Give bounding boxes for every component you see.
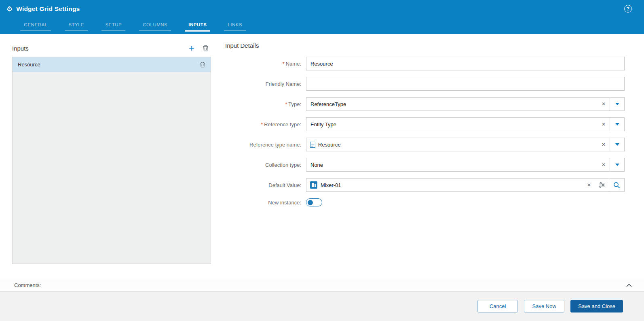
reference-type-name-row: Reference type name: Resource ✕ bbox=[225, 138, 625, 151]
search-entity-button[interactable] bbox=[609, 179, 624, 191]
reference-type-label-text: Reference type: bbox=[264, 121, 301, 128]
gear-icon: ⚙ bbox=[6, 6, 13, 13]
friendly-name-field-wrap bbox=[306, 77, 625, 91]
friendly-name-input[interactable] bbox=[306, 77, 625, 91]
save-now-button[interactable]: Save Now bbox=[524, 300, 564, 312]
comments-collapse-button[interactable] bbox=[626, 284, 632, 287]
trash-icon bbox=[203, 45, 209, 51]
inputs-panel-title: Inputs bbox=[12, 45, 189, 52]
filter-sliders-icon[interactable] bbox=[595, 182, 609, 188]
new-instance-toggle[interactable] bbox=[306, 198, 322, 206]
reference-type-name-label: Reference type name: bbox=[225, 142, 306, 148]
chevron-down-icon bbox=[615, 123, 619, 125]
title-row: ⚙ Widget Grid Settings ? bbox=[0, 0, 644, 18]
default-value-text: Mixer-01 bbox=[321, 182, 341, 188]
reference-type-name-field-wrap: Resource ✕ bbox=[306, 138, 625, 151]
collection-type-combobox[interactable]: None ✕ bbox=[306, 158, 625, 172]
reference-type-row: *Reference type: Entity Type ✕ bbox=[225, 117, 625, 131]
input-details-panel: Input Details *Name: Friendly Name: bbox=[225, 34, 644, 279]
tab-inputs[interactable]: INPUTS bbox=[183, 18, 212, 34]
delete-row-button[interactable] bbox=[200, 62, 205, 68]
delete-input-button[interactable] bbox=[203, 45, 209, 51]
comments-bar: Comments: bbox=[0, 279, 644, 291]
thing-entity-icon bbox=[310, 181, 317, 189]
dialog-header: ⚙ Widget Grid Settings ? GENERAL STYLE S… bbox=[0, 0, 644, 34]
collection-type-label: Collection type: bbox=[225, 162, 306, 168]
save-and-close-button[interactable]: Save and Close bbox=[570, 300, 623, 312]
type-row: *Type: ReferenceType ✕ bbox=[225, 97, 625, 111]
toggle-knob bbox=[308, 200, 313, 205]
tab-columns[interactable]: COLUMNS bbox=[137, 18, 173, 34]
clear-icon[interactable]: ✕ bbox=[598, 162, 610, 168]
input-details-form: *Name: Friendly Name: *T bbox=[225, 57, 625, 206]
trash-icon bbox=[200, 62, 205, 68]
inputs-panel: Inputs + Resource bbox=[12, 34, 211, 279]
chevron-down-icon bbox=[615, 103, 619, 105]
friendly-name-label: Friendly Name: bbox=[225, 81, 306, 87]
add-input-button[interactable]: + bbox=[189, 44, 194, 52]
tab-general[interactable]: GENERAL bbox=[18, 18, 53, 34]
name-label-text: Name: bbox=[286, 61, 301, 67]
reference-type-name-value: Resource bbox=[315, 142, 598, 148]
list-item-label: Resource bbox=[18, 62, 40, 68]
widget-grid-settings-dialog: ⚙ Widget Grid Settings ? GENERAL STYLE S… bbox=[0, 0, 644, 321]
dialog-title: Widget Grid Settings bbox=[16, 5, 80, 13]
tab-setup[interactable]: SETUP bbox=[99, 18, 127, 34]
inputs-panel-actions: + bbox=[189, 44, 209, 52]
dialog-footer: Cancel Save Now Save and Close bbox=[0, 291, 644, 321]
reference-type-value: Entity Type bbox=[306, 121, 598, 128]
default-value-row: Default Value: Mixer-01 ✕ bbox=[225, 178, 625, 192]
name-label: *Name: bbox=[225, 61, 306, 67]
default-value-content: Mixer-01 bbox=[306, 181, 583, 189]
magnifier-icon bbox=[613, 182, 620, 189]
comments-label: Comments: bbox=[14, 282, 41, 288]
reference-type-name-combobox[interactable]: Resource ✕ bbox=[306, 138, 625, 151]
new-instance-row: New instance: bbox=[225, 198, 625, 206]
collection-type-dropdown-button[interactable] bbox=[610, 158, 624, 171]
inputs-panel-header: Inputs + bbox=[12, 42, 211, 54]
chevron-down-icon bbox=[615, 143, 619, 146]
collection-type-label-text: Collection type: bbox=[265, 162, 301, 168]
name-row: *Name: bbox=[225, 57, 625, 70]
type-combobox[interactable]: ReferenceType ✕ bbox=[306, 97, 625, 111]
reference-type-combobox[interactable]: Entity Type ✕ bbox=[306, 117, 625, 131]
inputs-list: Resource bbox=[12, 57, 211, 264]
type-value: ReferenceType bbox=[306, 101, 598, 107]
default-value-label-text: Default Value: bbox=[268, 182, 301, 188]
dialog-body: Inputs + Resource Input D bbox=[0, 34, 644, 279]
list-item-resource[interactable]: Resource bbox=[13, 57, 211, 72]
name-input[interactable] bbox=[306, 57, 625, 70]
tab-style[interactable]: STYLE bbox=[63, 18, 90, 34]
friendly-name-label-text: Friendly Name: bbox=[266, 81, 301, 87]
required-marker: * bbox=[261, 121, 263, 128]
cancel-button[interactable]: Cancel bbox=[477, 300, 518, 312]
collection-type-row: Collection type: None ✕ bbox=[225, 158, 625, 172]
entity-document-icon bbox=[310, 142, 315, 148]
name-field-wrap bbox=[306, 57, 625, 70]
clear-icon[interactable]: ✕ bbox=[598, 101, 610, 107]
reference-type-label: *Reference type: bbox=[225, 121, 306, 128]
default-value-entity-picker[interactable]: Mixer-01 ✕ bbox=[306, 178, 625, 192]
default-value-label: Default Value: bbox=[225, 182, 306, 188]
help-icon[interactable]: ? bbox=[624, 5, 632, 13]
collection-type-value: None bbox=[306, 162, 598, 168]
chevron-down-icon bbox=[615, 164, 619, 166]
clear-icon[interactable]: ✕ bbox=[583, 182, 595, 188]
tab-bar: GENERAL STYLE SETUP COLUMNS INPUTS LINKS bbox=[0, 18, 644, 34]
default-value-field-wrap: Mixer-01 ✕ bbox=[306, 178, 625, 192]
chevron-up-icon bbox=[626, 284, 632, 287]
reference-type-name-label-text: Reference type name: bbox=[249, 142, 301, 148]
new-instance-label-text: New instance: bbox=[268, 200, 301, 206]
collection-type-field-wrap: None ✕ bbox=[306, 158, 625, 172]
reference-type-dropdown-button[interactable] bbox=[610, 118, 624, 131]
reference-type-field-wrap: Entity Type ✕ bbox=[306, 117, 625, 131]
new-instance-label: New instance: bbox=[225, 200, 306, 206]
reference-type-name-dropdown-button[interactable] bbox=[610, 138, 624, 151]
clear-icon[interactable]: ✕ bbox=[598, 142, 610, 147]
type-dropdown-button[interactable] bbox=[610, 98, 624, 111]
clear-icon[interactable]: ✕ bbox=[598, 121, 610, 127]
friendly-name-row: Friendly Name: bbox=[225, 77, 625, 91]
new-instance-field-wrap bbox=[306, 198, 625, 206]
required-marker: * bbox=[285, 101, 287, 107]
tab-links[interactable]: LINKS bbox=[222, 18, 248, 34]
